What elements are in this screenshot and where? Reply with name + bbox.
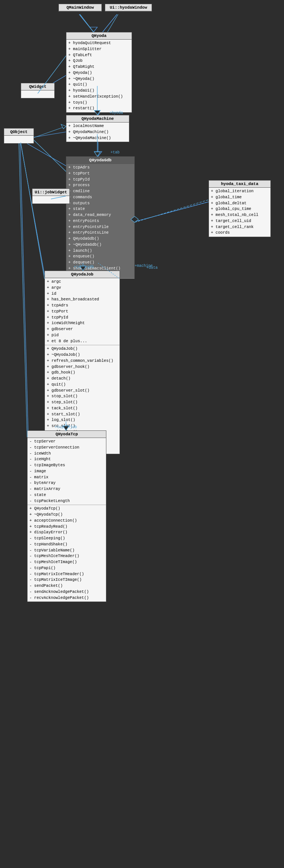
label-tab: +tab <box>111 150 120 155</box>
qmainwindow-title: QMainWindow <box>59 4 101 11</box>
qhyodatcp-fields: - tcpServer - tcpServerConnection - iceW… <box>28 438 106 505</box>
label-tcp: +tcp <box>55 425 64 429</box>
label-data: +data <box>146 266 158 270</box>
svg-line-29 <box>19 143 27 437</box>
qhyodamachine-members: + localHostName + QHyodaMachine() + ~QHy… <box>66 122 129 142</box>
ui-hyodawindow-title: Ui::hyodaWindow <box>105 4 152 11</box>
qobject-title: QObject <box>4 129 34 136</box>
qhyodagdb-members: + tcpAdrs + tcpPort + tcpPyId + process … <box>66 164 134 279</box>
ui-hyodawindow-box: Ui::hyodaWindow <box>105 4 152 12</box>
qwidget-title: QWidget <box>21 83 54 90</box>
hyoda-taxi-data-members: + global_iteration + global_time + globa… <box>209 188 270 237</box>
svg-line-6 <box>20 139 45 279</box>
svg-line-28 <box>21 142 45 279</box>
qhyodajob-title: QHyodaJob <box>45 271 120 278</box>
ui-jobwidget-empty <box>32 196 69 204</box>
qwidget-empty <box>21 90 54 98</box>
svg-line-1 <box>103 14 117 32</box>
svg-line-19 <box>107 14 118 32</box>
svg-marker-13 <box>90 27 97 32</box>
hyoda-taxi-data-box: hyoda_taxi_data + global_iteration + glo… <box>209 180 271 237</box>
svg-line-18 <box>80 14 94 32</box>
svg-line-33 <box>135 200 209 222</box>
qobject-empty <box>4 136 34 143</box>
svg-line-7 <box>20 139 28 437</box>
hyoda-taxi-data-title: hyoda_taxi_data <box>209 181 270 188</box>
qhyodatcp-title: QHyodaTcp <box>28 431 106 438</box>
svg-line-11 <box>132 202 209 222</box>
qhyodamachine-box: QHyodaMachine + localHostName + QHyodaMa… <box>66 115 129 142</box>
qhyoda-members: + hyodaQuitRequest + mainSplitter + QTab… <box>66 40 132 112</box>
svg-marker-26 <box>61 124 66 129</box>
label-job: +job <box>68 425 77 429</box>
qhyoda-box: QHyoda + hyodaQuitRequest + mainSplitter… <box>66 32 132 113</box>
svg-marker-24 <box>94 152 100 156</box>
qhyodagdb-box: QHyodaGdb + tcpAdrs + tcpPort + tcpPyId … <box>66 156 135 279</box>
qhyodajob-fields: + argc + argv + id + has_been_broadcaste… <box>45 278 120 345</box>
svg-marker-15 <box>94 152 102 156</box>
qhyoda-title: QHyoda <box>66 32 132 40</box>
svg-line-27 <box>34 140 66 171</box>
diagram-container: QMainWindow Ui::hyodaWindow QHyoda + hyo… <box>0 0 284 868</box>
ui-jobwidget-title: Ui::jobWidget <box>32 189 69 196</box>
qhyodamachine-title: QHyodaMachine <box>66 115 129 122</box>
svg-line-25 <box>34 126 66 138</box>
qhyodatcp-box: QHyodaTcp - tcpServer - tcpServerConnect… <box>27 430 106 602</box>
ui-jobwidget-box: Ui::jobWidget <box>32 188 70 204</box>
label-hyoda: +hyoda <box>109 111 123 115</box>
svg-line-0 <box>79 14 94 32</box>
qhyodagdb-title: QHyodaGdb <box>66 157 134 164</box>
qmainwindow-box: QMainWindow <box>58 4 102 12</box>
qobject-box: QObject <box>4 128 34 144</box>
svg-line-16 <box>132 202 209 222</box>
qwidget-box: QWidget <box>21 83 55 98</box>
qhyodatcp-methods: + QHyodaTcp() + ~QHyodaTcp() + acceptCon… <box>28 505 106 602</box>
label-job-gdb: +job/+gdb <box>74 265 94 269</box>
